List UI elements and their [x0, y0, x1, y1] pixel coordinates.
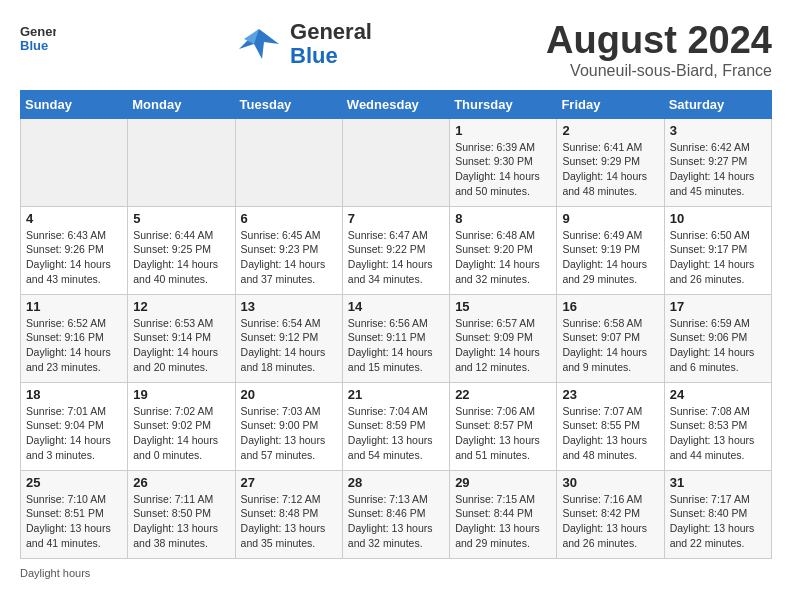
calendar-cell: 25Sunrise: 7:10 AMSunset: 8:51 PMDayligh…	[21, 470, 128, 558]
calendar-cell: 26Sunrise: 7:11 AMSunset: 8:50 PMDayligh…	[128, 470, 235, 558]
day-number: 19	[133, 387, 229, 402]
svg-marker-3	[239, 29, 279, 59]
calendar-cell: 4Sunrise: 6:43 AMSunset: 9:26 PMDaylight…	[21, 206, 128, 294]
day-number: 27	[241, 475, 337, 490]
day-number: 23	[562, 387, 658, 402]
day-info: Sunrise: 6:59 AMSunset: 9:06 PMDaylight:…	[670, 316, 766, 375]
calendar-cell: 18Sunrise: 7:01 AMSunset: 9:04 PMDayligh…	[21, 382, 128, 470]
calendar-cell: 2Sunrise: 6:41 AMSunset: 9:29 PMDaylight…	[557, 118, 664, 206]
day-info: Sunrise: 6:44 AMSunset: 9:25 PMDaylight:…	[133, 228, 229, 287]
day-number: 13	[241, 299, 337, 314]
day-number: 26	[133, 475, 229, 490]
logo-general-text: General	[290, 19, 372, 44]
weekday-header-sunday: Sunday	[21, 90, 128, 118]
day-number: 8	[455, 211, 551, 226]
day-number: 1	[455, 123, 551, 138]
day-info: Sunrise: 6:45 AMSunset: 9:23 PMDaylight:…	[241, 228, 337, 287]
calendar-cell: 14Sunrise: 6:56 AMSunset: 9:11 PMDayligh…	[342, 294, 449, 382]
svg-text:Blue: Blue	[20, 38, 48, 53]
day-number: 9	[562, 211, 658, 226]
day-info: Sunrise: 6:52 AMSunset: 9:16 PMDaylight:…	[26, 316, 122, 375]
day-number: 16	[562, 299, 658, 314]
day-number: 15	[455, 299, 551, 314]
day-info: Sunrise: 6:49 AMSunset: 9:19 PMDaylight:…	[562, 228, 658, 287]
title-block: August 2024 Vouneuil-sous-Biard, France	[546, 20, 772, 80]
calendar-cell: 5Sunrise: 6:44 AMSunset: 9:25 PMDaylight…	[128, 206, 235, 294]
calendar-cell	[128, 118, 235, 206]
calendar-cell: 21Sunrise: 7:04 AMSunset: 8:59 PMDayligh…	[342, 382, 449, 470]
day-info: Sunrise: 7:12 AMSunset: 8:48 PMDaylight:…	[241, 492, 337, 551]
day-number: 3	[670, 123, 766, 138]
calendar-table: SundayMondayTuesdayWednesdayThursdayFrid…	[20, 90, 772, 559]
day-info: Sunrise: 6:39 AMSunset: 9:30 PMDaylight:…	[455, 140, 551, 199]
day-info: Sunrise: 7:04 AMSunset: 8:59 PMDaylight:…	[348, 404, 444, 463]
calendar-cell: 17Sunrise: 6:59 AMSunset: 9:06 PMDayligh…	[664, 294, 771, 382]
calendar-cell: 30Sunrise: 7:16 AMSunset: 8:42 PMDayligh…	[557, 470, 664, 558]
day-info: Sunrise: 6:47 AMSunset: 9:22 PMDaylight:…	[348, 228, 444, 287]
day-number: 24	[670, 387, 766, 402]
calendar-week-row: 4Sunrise: 6:43 AMSunset: 9:26 PMDaylight…	[21, 206, 772, 294]
day-number: 11	[26, 299, 122, 314]
weekday-header-monday: Monday	[128, 90, 235, 118]
day-info: Sunrise: 7:15 AMSunset: 8:44 PMDaylight:…	[455, 492, 551, 551]
calendar-cell: 15Sunrise: 6:57 AMSunset: 9:09 PMDayligh…	[450, 294, 557, 382]
day-info: Sunrise: 6:56 AMSunset: 9:11 PMDaylight:…	[348, 316, 444, 375]
calendar-cell: 3Sunrise: 6:42 AMSunset: 9:27 PMDaylight…	[664, 118, 771, 206]
day-number: 4	[26, 211, 122, 226]
day-info: Sunrise: 6:48 AMSunset: 9:20 PMDaylight:…	[455, 228, 551, 287]
location-subtitle: Vouneuil-sous-Biard, France	[546, 62, 772, 80]
day-info: Sunrise: 7:01 AMSunset: 9:04 PMDaylight:…	[26, 404, 122, 463]
weekday-header-row: SundayMondayTuesdayWednesdayThursdayFrid…	[21, 90, 772, 118]
page-header: General Blue General Blue August 2024 Vo…	[20, 20, 772, 80]
day-number: 12	[133, 299, 229, 314]
calendar-cell: 13Sunrise: 6:54 AMSunset: 9:12 PMDayligh…	[235, 294, 342, 382]
calendar-cell: 6Sunrise: 6:45 AMSunset: 9:23 PMDaylight…	[235, 206, 342, 294]
calendar-cell: 24Sunrise: 7:08 AMSunset: 8:53 PMDayligh…	[664, 382, 771, 470]
calendar-cell: 27Sunrise: 7:12 AMSunset: 8:48 PMDayligh…	[235, 470, 342, 558]
day-info: Sunrise: 7:16 AMSunset: 8:42 PMDaylight:…	[562, 492, 658, 551]
weekday-header-thursday: Thursday	[450, 90, 557, 118]
calendar-cell: 22Sunrise: 7:06 AMSunset: 8:57 PMDayligh…	[450, 382, 557, 470]
day-number: 10	[670, 211, 766, 226]
day-info: Sunrise: 7:11 AMSunset: 8:50 PMDaylight:…	[133, 492, 229, 551]
day-number: 20	[241, 387, 337, 402]
calendar-cell: 7Sunrise: 6:47 AMSunset: 9:22 PMDaylight…	[342, 206, 449, 294]
calendar-cell: 9Sunrise: 6:49 AMSunset: 9:19 PMDaylight…	[557, 206, 664, 294]
calendar-cell: 12Sunrise: 6:53 AMSunset: 9:14 PMDayligh…	[128, 294, 235, 382]
calendar-cell: 20Sunrise: 7:03 AMSunset: 9:00 PMDayligh…	[235, 382, 342, 470]
day-info: Sunrise: 7:03 AMSunset: 9:00 PMDaylight:…	[241, 404, 337, 463]
calendar-week-row: 1Sunrise: 6:39 AMSunset: 9:30 PMDaylight…	[21, 118, 772, 206]
day-info: Sunrise: 7:17 AMSunset: 8:40 PMDaylight:…	[670, 492, 766, 551]
day-number: 18	[26, 387, 122, 402]
day-number: 21	[348, 387, 444, 402]
calendar-cell	[235, 118, 342, 206]
footer-note: Daylight hours	[20, 567, 772, 579]
calendar-cell: 23Sunrise: 7:07 AMSunset: 8:55 PMDayligh…	[557, 382, 664, 470]
calendar-cell: 31Sunrise: 7:17 AMSunset: 8:40 PMDayligh…	[664, 470, 771, 558]
calendar-cell	[21, 118, 128, 206]
weekday-header-tuesday: Tuesday	[235, 90, 342, 118]
calendar-cell	[342, 118, 449, 206]
logo-bird-icon	[234, 24, 284, 64]
calendar-week-row: 25Sunrise: 7:10 AMSunset: 8:51 PMDayligh…	[21, 470, 772, 558]
day-number: 5	[133, 211, 229, 226]
day-info: Sunrise: 6:42 AMSunset: 9:27 PMDaylight:…	[670, 140, 766, 199]
calendar-cell: 8Sunrise: 6:48 AMSunset: 9:20 PMDaylight…	[450, 206, 557, 294]
day-number: 30	[562, 475, 658, 490]
svg-text:General: General	[20, 24, 56, 39]
day-info: Sunrise: 6:41 AMSunset: 9:29 PMDaylight:…	[562, 140, 658, 199]
day-number: 22	[455, 387, 551, 402]
day-number: 29	[455, 475, 551, 490]
calendar-cell: 10Sunrise: 6:50 AMSunset: 9:17 PMDayligh…	[664, 206, 771, 294]
calendar-cell: 16Sunrise: 6:58 AMSunset: 9:07 PMDayligh…	[557, 294, 664, 382]
day-info: Sunrise: 7:08 AMSunset: 8:53 PMDaylight:…	[670, 404, 766, 463]
calendar-cell: 1Sunrise: 6:39 AMSunset: 9:30 PMDaylight…	[450, 118, 557, 206]
weekday-header-saturday: Saturday	[664, 90, 771, 118]
calendar-week-row: 18Sunrise: 7:01 AMSunset: 9:04 PMDayligh…	[21, 382, 772, 470]
weekday-header-friday: Friday	[557, 90, 664, 118]
calendar-cell: 19Sunrise: 7:02 AMSunset: 9:02 PMDayligh…	[128, 382, 235, 470]
month-title: August 2024	[546, 20, 772, 62]
day-info: Sunrise: 6:53 AMSunset: 9:14 PMDaylight:…	[133, 316, 229, 375]
day-info: Sunrise: 7:06 AMSunset: 8:57 PMDaylight:…	[455, 404, 551, 463]
day-number: 31	[670, 475, 766, 490]
